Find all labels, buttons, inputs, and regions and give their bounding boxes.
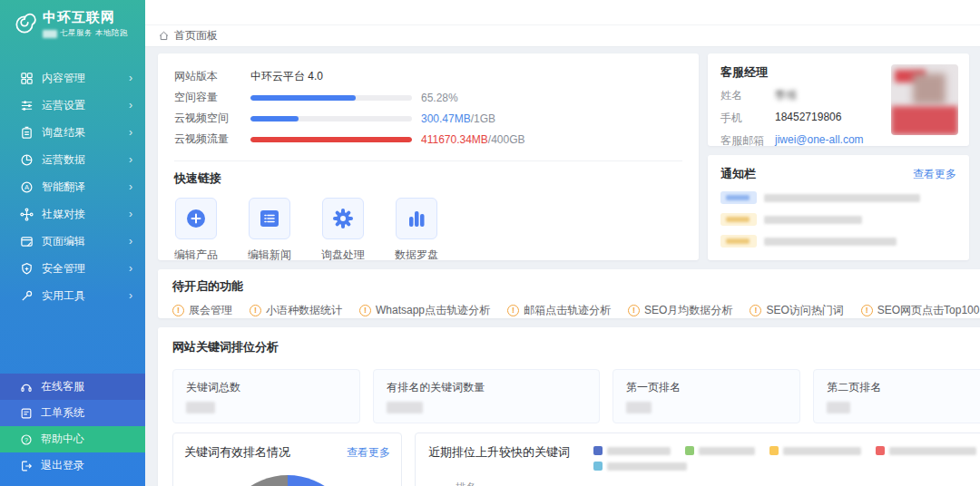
pending-item[interactable]: !SEO网页点击Top100 <box>861 303 980 318</box>
legend-item[interactable] <box>876 446 976 455</box>
pending-item[interactable]: !SEO访问热门词 <box>750 303 843 318</box>
sidebar-item-inquiry-results[interactable]: 询盘结果› <box>0 119 145 146</box>
notice-more-link[interactable]: 查看更多 <box>913 167 956 182</box>
breadcrumb-label[interactable]: 首页面板 <box>174 28 218 44</box>
legend-label-blurred <box>699 447 755 455</box>
pending-item[interactable]: !邮箱点击轨迹分析 <box>507 303 611 318</box>
capacity-label: 空间容量 <box>174 90 250 105</box>
quick-link-label: 询盘处理 <box>321 248 365 263</box>
legend-item[interactable] <box>769 446 861 455</box>
sidebar-bottom: 在线客服 工单系统 ? 帮助中心 退出登录 <box>0 374 145 486</box>
notice-badge <box>720 213 757 226</box>
sidebar-nav: 内容管理› 运营设置› 询盘结果› 运营数据› A 智能翻译› 社媒对接› <box>0 64 145 309</box>
list-icon <box>249 198 290 239</box>
manager-phone-label: 手机 <box>720 111 775 126</box>
manager-card: 客服经理 姓名季维 手机18452719806 客服邮箱jiwei@one-al… <box>708 53 969 146</box>
sidebar-item-operation-data[interactable]: 运营数据› <box>0 146 145 173</box>
bar-chart-icon <box>396 198 437 239</box>
legend-swatch <box>876 446 885 455</box>
overview-card: 网站版本 中环云平台 4.0 空间容量 65.28% 云视频空间 300.47M… <box>158 53 699 260</box>
notice-title: 通知栏 <box>720 166 756 182</box>
effective-rank-more-link[interactable]: 查看更多 <box>347 445 390 461</box>
pending-item[interactable]: !小语种数据统计 <box>250 303 342 318</box>
sliders-icon <box>20 99 34 112</box>
video-space-row: 云视频空间 300.47MB/1GB <box>174 108 682 129</box>
sidebar-item-page-editor[interactable]: 页面编辑› <box>0 228 145 255</box>
sidebar-item-translate[interactable]: A 智能翻译› <box>0 173 145 200</box>
video-space-value: 300.47MB <box>421 112 471 125</box>
capacity-value: 65.28% <box>421 92 458 104</box>
chevron-right-icon: › <box>129 72 132 84</box>
sidebar-item-social-media[interactable]: 社媒对接› <box>0 200 145 228</box>
keyword-title: 网站关键词排位分析 <box>172 339 980 355</box>
effective-rank-panel: 关键词有效排名情况 查看更多 <box>172 433 402 486</box>
legend-label-blurred <box>607 462 687 471</box>
video-traffic-progressbar <box>250 137 412 142</box>
sidebar-item-label: 帮助中心 <box>41 432 84 447</box>
sidebar-item-label: 退出登录 <box>41 458 84 473</box>
warning-icon: ! <box>628 305 640 316</box>
manager-photo <box>891 64 958 135</box>
logout-icon <box>20 460 33 472</box>
chevron-right-icon: › <box>129 235 132 248</box>
pending-item[interactable]: !展会管理 <box>172 303 232 318</box>
pending-item[interactable]: !Whatsapp点击轨迹分析 <box>359 303 490 318</box>
sidebar: 中环互联网 七星服务 本地陪跑 内容管理› 运营设置› 询盘结果› <box>0 0 145 486</box>
quick-link-edit-product[interactable]: 编辑产品 <box>174 198 218 263</box>
pending-item[interactable]: !SEO月均数据分析 <box>628 303 732 318</box>
brand-stamp-blur <box>43 30 57 38</box>
rank-pie-chart[interactable] <box>220 475 356 486</box>
rising-keywords-panel: 近期排位上升较快的关键词 <box>415 433 980 486</box>
quick-link-inquiry-handle[interactable]: 询盘处理 <box>321 198 365 263</box>
notice-item[interactable] <box>720 213 956 226</box>
sidebar-item-label: 内容管理 <box>42 71 129 86</box>
chart-legend <box>593 446 976 471</box>
manager-name-value: 季维 <box>775 88 797 103</box>
notice-badge <box>720 191 757 204</box>
version-row: 网站版本 中环云平台 4.0 <box>174 66 682 87</box>
sidebar-item-online-service[interactable]: 在线客服 <box>0 374 145 400</box>
translate-icon: A <box>20 180 34 194</box>
manager-mail-link[interactable]: jiwei@one-all.com <box>775 133 864 149</box>
headset-icon <box>20 381 33 394</box>
notice-item[interactable] <box>720 235 956 248</box>
sidebar-item-help-center[interactable]: ? 帮助中心 <box>0 426 145 452</box>
quick-link-data-compass[interactable]: 数据罗盘 <box>395 198 438 263</box>
notice-text-blurred <box>764 194 920 202</box>
video-traffic-row: 云视频流量 411670.34MB/400GB <box>174 129 682 150</box>
stat-value-blurred <box>827 402 850 413</box>
stat-card-page2-rank: 第二页排名 <box>813 369 980 423</box>
legend-swatch <box>685 446 694 455</box>
sidebar-item-operation-settings[interactable]: 运营设置› <box>0 92 145 119</box>
legend-label-blurred <box>607 447 671 455</box>
legend-item[interactable] <box>593 446 671 455</box>
video-traffic-label: 云视频流量 <box>174 131 250 147</box>
legend-swatch <box>593 462 603 471</box>
rising-keywords-title: 近期排位上升较快的关键词 <box>428 444 570 471</box>
sidebar-item-work-order[interactable]: 工单系统 <box>0 400 145 426</box>
sidebar-item-security[interactable]: 安全管理› <box>0 255 145 282</box>
sidebar-item-label: 实用工具 <box>42 288 129 304</box>
wrench-icon <box>20 289 34 303</box>
sidebar-item-label: 在线客服 <box>41 379 84 394</box>
sidebar-item-tools[interactable]: 实用工具› <box>0 282 145 309</box>
legend-item[interactable] <box>685 446 755 455</box>
quick-link-edit-news[interactable]: 编辑新闻 <box>248 198 291 263</box>
notice-item[interactable] <box>720 191 956 204</box>
sidebar-item-logout[interactable]: 退出登录 <box>0 452 145 479</box>
manager-mail-label: 客服邮箱 <box>720 133 775 149</box>
stat-card-ranked-keywords: 有排名的关键词数量 <box>373 369 600 423</box>
help-icon: ? <box>20 433 33 446</box>
chevron-right-icon: › <box>129 180 132 193</box>
sidebar-item-label: 社媒对接 <box>42 207 129 222</box>
manager-phone-value: 18452719806 <box>775 111 841 126</box>
sidebar-item-label: 询盘结果 <box>42 125 129 141</box>
legend-item[interactable] <box>593 462 687 471</box>
keyword-analysis-card: 网站关键词排位分析 关键词总数 有排名的关键词数量 第一页排名 第二页排名 第三… <box>158 327 980 486</box>
sidebar-item-label: 运营设置 <box>42 98 129 113</box>
quick-link-label: 数据罗盘 <box>395 248 438 263</box>
chevron-right-icon: › <box>129 99 132 112</box>
divider <box>174 160 682 161</box>
chevron-right-icon: › <box>129 208 132 220</box>
sidebar-item-content[interactable]: 内容管理› <box>0 64 145 92</box>
